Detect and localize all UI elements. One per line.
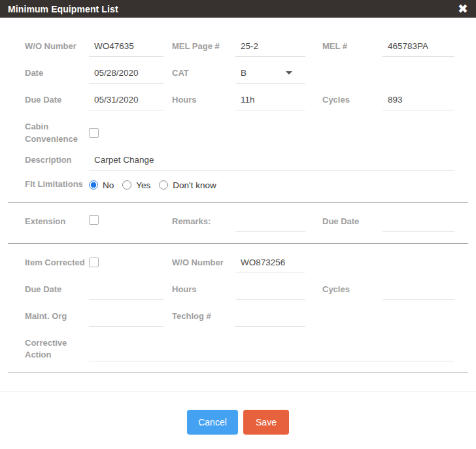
radio-dont-know-label[interactable]: Don't know [173, 180, 216, 190]
techlog-label: Techlog # [172, 308, 235, 323]
mel-page-input[interactable] [235, 39, 305, 57]
wo-number-label: W/O Number [25, 39, 89, 53]
section-divider [8, 202, 468, 203]
cat-select[interactable]: B [235, 65, 305, 84]
radio-yes[interactable] [122, 180, 131, 190]
corrected-cycles-input[interactable] [382, 282, 454, 300]
radio-yes-label[interactable]: Yes [136, 180, 150, 190]
corrected-due-date-label: Due Date [25, 282, 89, 296]
corrected-cycles-label: Cycles [322, 282, 382, 296]
wo-number-input[interactable] [89, 39, 163, 57]
form-row: Due Date Hours Cycles [25, 92, 454, 110]
corrected-hours-input[interactable] [235, 282, 305, 300]
cycles-input[interactable] [382, 92, 454, 110]
corrected-wo-number-label: W/O Number [172, 255, 235, 269]
date-input[interactable] [89, 65, 163, 84]
extension-due-date-input[interactable] [382, 214, 454, 232]
form-row: Maint. Org Techlog # [25, 308, 454, 327]
maint-org-input[interactable] [89, 308, 163, 327]
section-divider [8, 373, 468, 373]
form-row: Due Date Hours Cycles [25, 282, 454, 300]
radio-dont-know[interactable] [159, 180, 168, 190]
corrected-wo-number-input[interactable] [235, 255, 305, 273]
remarks-input[interactable] [235, 214, 305, 232]
mel-page-label: MEL Page # [172, 39, 235, 53]
cabin-convenience-checkbox[interactable] [89, 128, 99, 138]
extension-label: Extension [25, 214, 89, 228]
description-input[interactable] [89, 152, 454, 171]
techlog-input[interactable] [235, 308, 305, 327]
corrective-action-input[interactable] [89, 343, 454, 361]
close-icon[interactable]: ✖ [456, 3, 469, 15]
modal-footer: Cancel Save [0, 391, 476, 449]
cancel-button[interactable]: Cancel [187, 410, 238, 435]
form-row: Item Corrected W/O Number [25, 255, 454, 273]
mel-number-label: MEL # [322, 39, 382, 53]
corrected-hours-label: Hours [172, 282, 235, 296]
form-row: Description [25, 152, 454, 171]
cabin-convenience-label: Cabin Convenience [25, 119, 89, 146]
modal-header: Minimum Equipment List ✖ [0, 0, 476, 18]
flt-limitations-label: Flt Limitations [25, 176, 89, 191]
hours-input[interactable] [235, 92, 305, 110]
cat-label: CAT [172, 65, 235, 80]
form-row: W/O Number MEL Page # MEL # [25, 39, 454, 57]
date-label: Date [25, 65, 89, 80]
hours-label: Hours [172, 92, 235, 107]
item-corrected-label: Item Corrected [25, 255, 89, 269]
extension-due-date-label: Due Date [322, 214, 382, 228]
extension-checkbox[interactable] [89, 215, 99, 225]
description-label: Description [25, 152, 89, 167]
mel-form: W/O Number MEL Page # MEL # Date CAT B D… [0, 18, 476, 380]
form-row: Cabin Convenience [25, 119, 454, 146]
form-row: Flt Limitations No Yes Don't know [25, 176, 454, 191]
corrective-action-label: Corrective Action [25, 335, 89, 362]
save-button[interactable]: Save [243, 410, 289, 435]
cat-select-value: B [241, 68, 286, 78]
minimum-equipment-list-modal: Minimum Equipment List ✖ W/O Number MEL … [0, 0, 476, 449]
form-row: Extension Remarks: Due Date [25, 214, 454, 232]
form-row: Corrective Action [25, 335, 454, 362]
flt-limitations-radio-group: No Yes Don't know [89, 176, 454, 190]
mel-number-input[interactable] [382, 39, 454, 57]
due-date-label: Due Date [25, 92, 89, 107]
section-divider [8, 243, 468, 244]
radio-no-label[interactable]: No [103, 180, 114, 190]
corrected-due-date-input[interactable] [89, 282, 163, 300]
due-date-input[interactable] [89, 92, 163, 110]
remarks-label: Remarks: [172, 214, 235, 228]
chevron-down-icon [286, 71, 292, 75]
maint-org-label: Maint. Org [25, 308, 89, 323]
modal-title: Minimum Equipment List [8, 4, 118, 14]
item-corrected-checkbox[interactable] [89, 258, 99, 267]
form-row: Date CAT B [25, 65, 454, 84]
radio-no[interactable] [89, 180, 98, 190]
cycles-label: Cycles [322, 92, 382, 107]
